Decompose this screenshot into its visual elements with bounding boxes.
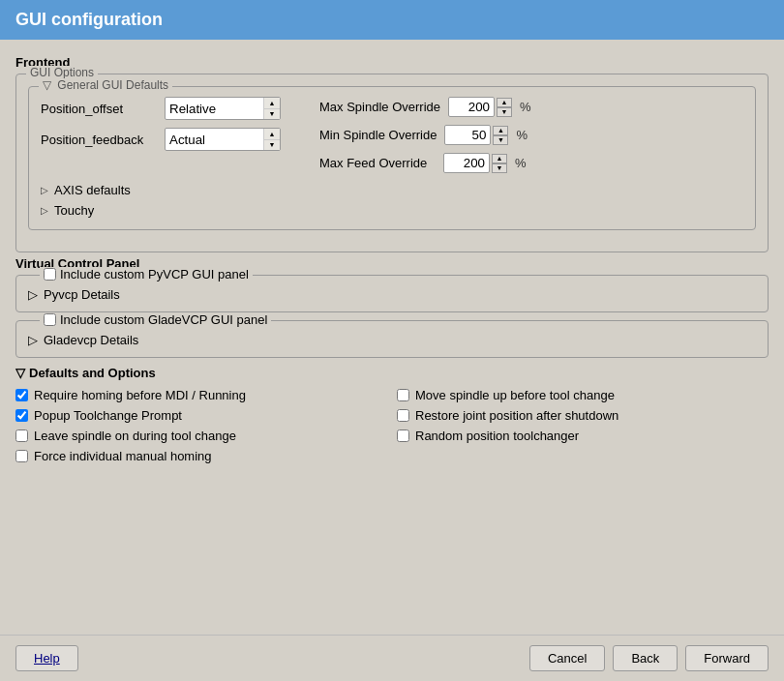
min-spindle-unit: % [516,128,528,142]
max-spindle-spinbox: ▲ ▼ [448,97,512,117]
position-feedback-up[interactable]: ▲ [264,129,280,140]
max-feed-arrows: ▲ ▼ [492,154,507,173]
back-button[interactable]: Back [613,645,678,671]
pyvcp-group-label: Include custom PyVCP GUI panel [60,267,249,281]
max-spindle-unit: % [520,100,531,114]
min-spindle-label: Min Spindle Override [319,128,437,142]
gladevcp-details-label: Gladevcp Details [44,333,138,347]
position-offset-up[interactable]: ▲ [264,98,280,109]
title-bar: GUI configuration [0,0,784,40]
left-col: Position_offset Relative ▲ ▼ Pos [41,97,281,173]
checkbox-0[interactable] [15,389,28,401]
max-spindle-row: Max Spindle Override ▲ ▼ % [319,97,531,117]
main-content: Frontend GUI Options ▽ General GUI Defau… [0,40,784,635]
checkbox-row-4: Leave spindle on during tool change [15,429,387,443]
frontend-label: Frontend [15,55,769,70]
max-feed-spinbox: ▲ ▼ [443,153,507,173]
position-offset-select[interactable]: Relative [166,98,263,119]
checkbox-label-2: Popup Toolchange Prompt [34,408,182,423]
checkbox-row-6: Force individual manual homing [15,449,387,463]
pyvcp-details-row[interactable]: ▷ Pyvcp Details [28,287,756,302]
defaults-header-label: Defaults and Options [29,366,156,380]
position-feedback-arrows[interactable]: ▲ ▼ [263,129,280,150]
max-feed-unit: % [515,156,527,170]
gladevcp-checkbox[interactable] [44,313,56,326]
checkbox-4[interactable] [15,429,28,442]
gui-options-box: GUI Options ▽ General GUI Defaults Posit… [15,74,769,252]
defaults-collapse-arrow[interactable]: ▽ [15,366,25,380]
max-spindle-label: Max Spindle Override [319,100,440,114]
axis-defaults-label: AXIS defaults [54,183,131,197]
footer: Help Cancel Back Forward [0,635,784,681]
gui-options-title: GUI Options [26,66,98,79]
help-button[interactable]: Help [15,645,78,671]
forward-button[interactable]: Forward [685,645,769,671]
axis-defaults-row[interactable]: ▷ AXIS defaults [41,183,743,197]
checkbox-label-6: Force individual manual homing [34,449,212,463]
general-defaults-title: ▽ General GUI Defaults [39,78,172,92]
position-feedback-down[interactable]: ▼ [264,140,280,151]
checkbox-label-1: Move spindle up before tool change [415,388,615,402]
position-offset-label: Position_offset [41,102,157,116]
max-spindle-arrows: ▲ ▼ [497,98,512,117]
checkbox-5[interactable] [397,429,409,442]
checkbox-2[interactable] [15,409,28,422]
max-spindle-down[interactable]: ▼ [497,107,512,117]
gladevcp-box: Include custom GladeVCP GUI panel ▷ Glad… [15,320,769,358]
position-feedback-select-wrapper[interactable]: Actual ▲ ▼ [165,128,281,151]
pyvcp-details-label: Pyvcp Details [44,287,120,302]
max-feed-label: Max Feed Override [319,156,436,170]
defaults-header: ▽ Defaults and Options [15,366,769,380]
checkbox-label-3: Restore joint position after shutdown [415,408,618,423]
general-defaults-box: ▽ General GUI Defaults Position_offset R… [28,86,756,230]
min-spindle-spinbox: ▲ ▼ [444,125,508,145]
min-spindle-down[interactable]: ▼ [493,135,508,145]
max-spindle-up[interactable]: ▲ [497,98,512,107]
max-feed-down[interactable]: ▼ [492,163,507,173]
general-defaults-grid: Position_offset Relative ▲ ▼ Pos [41,97,743,173]
pyvcp-box: Include custom PyVCP GUI panel ▷ Pyvcp D… [15,275,769,312]
checkbox-label-4: Leave spindle on during tool change [34,429,236,443]
collapse-arrow-general[interactable]: ▽ [43,78,51,92]
max-spindle-input[interactable] [448,97,495,117]
axis-defaults-arrow: ▷ [41,185,48,195]
min-spindle-row: Min Spindle Override ▲ ▼ % [319,125,531,145]
min-spindle-input[interactable] [444,125,491,145]
min-spindle-up[interactable]: ▲ [493,126,508,135]
touchy-row[interactable]: ▷ Touchy [41,203,743,218]
virtual-cp-section: Virtual Control Panel Include custom PyV… [15,256,769,358]
page-title: GUI configuration [15,10,163,29]
defaults-section: ▽ Defaults and Options Require homing be… [15,366,769,463]
position-feedback-label: Position_feedback [41,133,157,147]
checkbox-row-2: Popup Toolchange Prompt [15,408,387,423]
checkbox-row-1: Move spindle up before tool change [397,388,769,402]
position-feedback-row: Position_feedback Actual ▲ ▼ [41,128,281,151]
gladevcp-title: Include custom GladeVCP GUI panel [40,312,271,327]
checkbox-row-5: Random position toolchanger [397,429,769,443]
pyvcp-title: Include custom PyVCP GUI panel [40,267,253,281]
pyvcp-checkbox[interactable] [44,268,56,281]
position-offset-down[interactable]: ▼ [264,109,280,120]
max-feed-up[interactable]: ▲ [492,154,507,163]
general-defaults-header: General GUI Defaults [57,78,168,92]
checkbox-6[interactable] [15,450,28,462]
checkbox-row-3: Restore joint position after shutdown [397,408,769,423]
right-col: Max Spindle Override ▲ ▼ % Min Spindle O… [319,97,531,173]
touchy-label: Touchy [54,203,94,218]
checkbox-label-0: Require homing before MDI / Running [34,388,246,402]
gladevcp-group-label: Include custom GladeVCP GUI panel [60,312,267,327]
max-feed-input[interactable] [443,153,490,173]
position-offset-arrows[interactable]: ▲ ▼ [263,98,280,119]
gladevcp-details-arrow: ▷ [28,333,38,347]
gladevcp-details-row[interactable]: ▷ Gladevcp Details [28,333,756,347]
checkbox-label-5: Random position toolchanger [415,429,579,443]
touchy-arrow: ▷ [41,205,48,216]
checkbox-row-0: Require homing before MDI / Running [15,388,387,402]
max-feed-row: Max Feed Override ▲ ▼ % [319,153,531,173]
checkbox-3[interactable] [397,409,409,422]
position-feedback-select[interactable]: Actual [166,129,263,150]
cancel-button[interactable]: Cancel [529,645,605,671]
position-offset-select-wrapper[interactable]: Relative ▲ ▼ [165,97,281,120]
footer-right: Cancel Back Forward [529,645,769,671]
checkbox-1[interactable] [397,389,409,401]
